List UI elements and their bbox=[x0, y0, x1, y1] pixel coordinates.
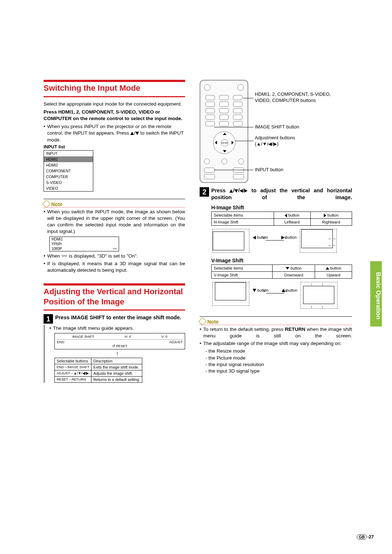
remote-image-shift-btn bbox=[205, 121, 215, 126]
note2-bullet2: The adjustable range of the image shift … bbox=[200, 340, 352, 347]
tbl-cell: Selectable items bbox=[212, 264, 273, 271]
triangle-up-icon bbox=[229, 189, 233, 193]
diagram-box: ← → ← → bbox=[300, 229, 337, 253]
heading-underbar2 bbox=[44, 309, 185, 311]
page-num-text: -27 bbox=[367, 534, 374, 539]
info-mini-box: HDMI1 YPbPr 1080P👓 bbox=[49, 237, 119, 251]
press-instruction: Press HDMI1, 2, COMPONENT, S-VIDEO, VIDE… bbox=[44, 109, 185, 122]
desc-cell: RESET→RETURN bbox=[55, 376, 91, 382]
callout-line bbox=[214, 170, 253, 170]
step-number: 1 bbox=[44, 314, 53, 324]
triangle-up-icon bbox=[130, 132, 134, 135]
callout-adjust-text: Adjustment buttons bbox=[255, 135, 295, 140]
heading-adjust: Adjusting the Vertical and Horizontal Po… bbox=[44, 287, 185, 307]
remote-btn bbox=[233, 174, 244, 179]
mg-reset: RESET bbox=[116, 344, 127, 348]
triangle-down-icon bbox=[135, 132, 139, 135]
triangle-left-icon bbox=[240, 189, 243, 193]
remote-btn bbox=[233, 115, 242, 120]
triangle-down-icon bbox=[223, 150, 226, 152]
note-icon bbox=[199, 317, 207, 325]
triangle-right-icon bbox=[324, 214, 326, 217]
tbl-cell: button bbox=[310, 212, 352, 218]
remote-btn bbox=[233, 95, 242, 100]
triangle-left-icon bbox=[285, 214, 287, 217]
h-shift-diagram: button button ↙ ↘ ← → ← → bbox=[211, 228, 352, 254]
step-text: Press IMAGE SHIFT to enter the image shi… bbox=[55, 314, 181, 324]
heading-underbar bbox=[44, 96, 185, 97]
triangle-down-icon bbox=[253, 289, 256, 292]
dash-item: - the Picture mode bbox=[200, 355, 352, 361]
remote-btn bbox=[237, 84, 244, 91]
h-shift-heading: H-Image Shift bbox=[211, 205, 352, 210]
step2-text-a: Press bbox=[211, 188, 229, 193]
tbl-cell: Rightward bbox=[310, 218, 352, 225]
remote-enter-btn: ENTER bbox=[221, 139, 228, 147]
callout-input-buttons: HDMI1, 2, COMPONENT, S-VIDEO, VIDEO, COM… bbox=[255, 91, 346, 104]
side-tab: Basic Operation bbox=[370, 261, 382, 327]
tbl-cell: button bbox=[274, 212, 310, 218]
note-b2a: When bbox=[47, 253, 61, 259]
triangle-up-icon bbox=[326, 267, 329, 270]
tbl-cell: Upward bbox=[315, 271, 352, 278]
triangle-left-icon bbox=[215, 141, 217, 144]
remote-btn bbox=[219, 95, 229, 100]
dash-item: - the Resize mode bbox=[200, 348, 352, 354]
remote-dpad: ENTER bbox=[213, 131, 236, 154]
remote-btn bbox=[219, 102, 229, 107]
v-btn-labels: button button ↙ ↘ bbox=[253, 288, 297, 294]
note-label: Note bbox=[207, 319, 219, 325]
desc-th: Description bbox=[91, 358, 142, 364]
remote-btn bbox=[204, 174, 215, 179]
note-bullet1: When you switch the INPUT mode, the imag… bbox=[44, 209, 185, 235]
remote-btn bbox=[233, 168, 244, 173]
triangle-left-icon bbox=[253, 236, 256, 239]
arrow-up-icon: ↑ bbox=[49, 350, 185, 357]
note-header2: Note bbox=[200, 316, 352, 325]
note-label: Note bbox=[51, 201, 62, 207]
mg-title: IMAGE SHIFT bbox=[72, 335, 94, 338]
remote-btn bbox=[204, 159, 210, 164]
intro-text: Select the appropriate input mode for th… bbox=[44, 101, 185, 107]
input-list-item: COMPONENT bbox=[44, 168, 93, 174]
return-bold: RETURN bbox=[285, 327, 305, 332]
triangle-down-icon bbox=[286, 267, 289, 270]
h-shift-table: Selectable items button button H-Image S… bbox=[211, 212, 352, 226]
mini-row: 1080P bbox=[52, 247, 62, 251]
dash-item: - the input signal resolution bbox=[200, 361, 352, 368]
diagram-box bbox=[212, 282, 249, 306]
menu-guide-box: IMAGE SHIFT H: 0 V: 0 END ADJUST ↺ RESET bbox=[54, 333, 185, 349]
btn-label: button bbox=[286, 288, 298, 292]
remote-diagram: ENTER HDMI1, 2, COMPONENT, S-VIDEO bbox=[200, 80, 352, 185]
heading-switch-input: Switching the Input Mode bbox=[44, 83, 185, 93]
desc-th: Selectable buttons bbox=[55, 358, 91, 364]
remote-btn bbox=[233, 121, 242, 126]
left-column: Switching the Input Mode Select the appr… bbox=[44, 80, 185, 383]
page-prefix: GB bbox=[357, 534, 367, 539]
mini-row: HDMI1 bbox=[52, 237, 63, 241]
diagram-box: ↓ ↓ ↑ ↑ bbox=[301, 282, 338, 309]
mg-end: END bbox=[57, 340, 64, 344]
v-shift-diagram: button button ↙ ↘ ↓ ↓ ↑ ↑ bbox=[211, 281, 352, 310]
remote-btn bbox=[219, 121, 229, 126]
callout-adjust: Adjustment buttons (▲/▼/◀/▶) bbox=[255, 135, 295, 147]
tbl-cell: Downward bbox=[273, 271, 315, 278]
btn-label: button bbox=[286, 235, 297, 239]
triangle-right-icon bbox=[232, 141, 234, 144]
step2: 2 Press /// to adjust the vertical and h… bbox=[200, 187, 352, 201]
remote-outline: ENTER bbox=[200, 80, 248, 183]
v-shift-table: Selectable items button button V-Image S… bbox=[211, 264, 352, 279]
step1-sub-bullet: The image shift menu guide appears. bbox=[49, 325, 185, 332]
heading-bar2 bbox=[44, 283, 185, 286]
note-bullet2: When 👓 is displayed, "3D" is set to "On"… bbox=[44, 253, 185, 259]
input-list-item: HDMI2 bbox=[44, 162, 93, 168]
remote-btn bbox=[221, 159, 227, 164]
step-text: Press /// to adjust the vertical and hor… bbox=[211, 187, 352, 201]
remote-btn bbox=[205, 115, 215, 120]
triangle-down-icon bbox=[234, 189, 238, 193]
h-btn-labels: button button ↙ ↘ bbox=[253, 235, 297, 241]
callout-adjust-arrows: (▲/▼/◀/▶) bbox=[255, 141, 278, 147]
tbl-cell: Selectable items bbox=[212, 212, 274, 218]
callout-line bbox=[243, 98, 253, 98]
v-shift-heading: V-Image Shift bbox=[211, 258, 352, 263]
